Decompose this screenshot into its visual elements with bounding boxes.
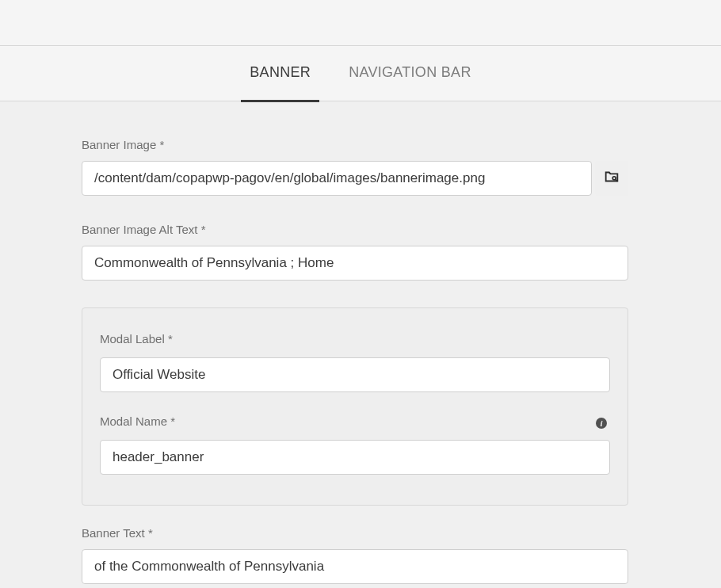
field-banner-text: Banner Text * xyxy=(82,526,628,584)
dialog-header-bar xyxy=(0,0,721,46)
field-banner-image-alt: Banner Image Alt Text * xyxy=(82,223,628,281)
path-picker-button[interactable] xyxy=(595,161,628,196)
input-banner-text[interactable] xyxy=(82,549,628,584)
input-banner-image-alt[interactable] xyxy=(82,246,628,281)
form-content: Banner Image * Banner Image Alt Text * xyxy=(0,101,721,584)
label-banner-image-alt: Banner Image Alt Text * xyxy=(82,223,628,236)
input-modal-name[interactable] xyxy=(100,440,610,475)
label-banner-text: Banner Text * xyxy=(82,526,628,540)
info-icon[interactable]: i xyxy=(596,418,607,429)
tab-row: BANNER NAVIGATION BAR xyxy=(0,46,721,101)
tab-banner[interactable]: BANNER xyxy=(246,64,314,83)
field-modal-label: Modal Label * xyxy=(100,332,610,392)
label-modal-name: Modal Name * xyxy=(100,414,610,428)
input-modal-label[interactable] xyxy=(100,357,610,392)
modal-fieldset: Modal Label * i Modal Name * xyxy=(82,307,628,506)
label-banner-image: Banner Image * xyxy=(82,138,628,151)
input-banner-image[interactable] xyxy=(82,161,592,196)
label-modal-label: Modal Label * xyxy=(100,332,610,346)
field-banner-image: Banner Image * xyxy=(82,138,628,196)
field-modal-name: Modal Name * xyxy=(100,414,610,475)
folder-search-icon xyxy=(603,168,620,189)
tab-navigation-bar[interactable]: NAVIGATION BAR xyxy=(345,64,475,83)
